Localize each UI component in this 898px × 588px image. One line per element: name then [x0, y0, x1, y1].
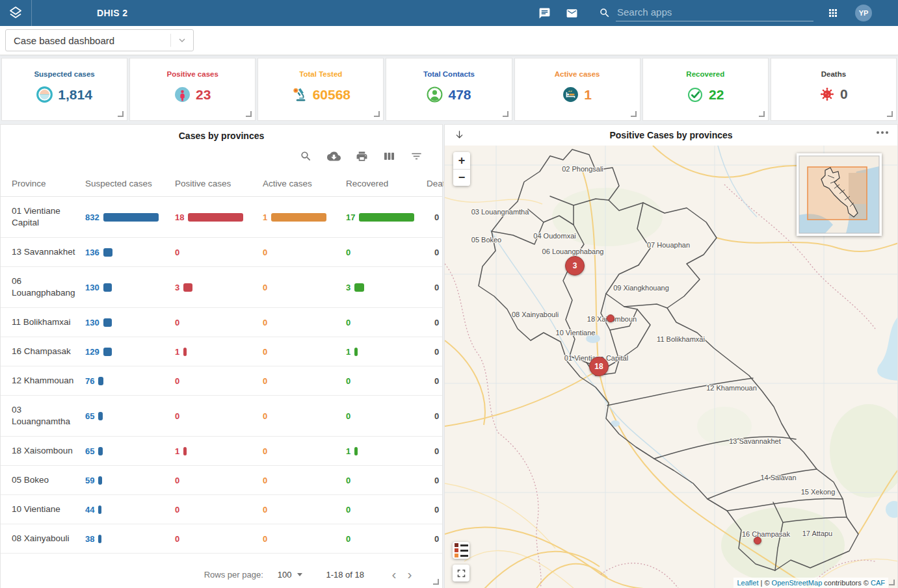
positive-cell: 0 [175, 403, 263, 429]
positive-cell: 0 [175, 239, 263, 266]
kpi-card-recovered[interactable]: Recovered22 [642, 58, 769, 121]
resize-handle-icon[interactable] [503, 111, 508, 117]
zoom-out-button[interactable]: − [453, 169, 470, 186]
deaths-cell: 0 [427, 403, 443, 429]
kpi-card-active[interactable]: Active cases1 [514, 58, 640, 121]
table-row[interactable]: 08 Xainyabouli380000 [1, 524, 442, 554]
dashboard-selector[interactable]: Case based dashboard [5, 29, 194, 51]
recovered-cell: 0 [346, 239, 427, 266]
kpi-card-suspected[interactable]: Suspected cases1,814 [1, 58, 127, 121]
dhis2-logo-icon[interactable] [0, 0, 32, 26]
table-row[interactable]: 16 Champasak1291010 [1, 337, 442, 366]
search-apps-input[interactable] [616, 5, 813, 21]
recovered-cell: 0 [346, 309, 427, 336]
attribution-link[interactable]: OpenStreetMap [772, 579, 823, 587]
zoom-in-button[interactable]: + [453, 152, 470, 169]
deaths-cell: 0 [427, 239, 443, 266]
column-header-province[interactable]: Province [12, 171, 85, 196]
attribution-link[interactable]: CAF [871, 579, 885, 587]
map-attribution: Leaflet | © OpenStreetMap contributors ©… [733, 578, 888, 588]
search-icon [599, 7, 611, 19]
map-legend-button[interactable] [453, 542, 469, 559]
more-options-icon[interactable] [877, 131, 888, 134]
recovered-cell: 0 [346, 368, 427, 394]
resize-handle-icon[interactable] [889, 580, 895, 585]
recovered-bar [354, 348, 358, 356]
table-row[interactable]: 12 Khammouan760000 [1, 366, 442, 396]
case-cluster-marker[interactable]: 18 [589, 357, 609, 376]
table-row[interactable]: 18 Xaisomboun651010 [1, 437, 442, 466]
kpi-card-label: Recovered [686, 70, 724, 78]
messages-icon[interactable] [536, 5, 552, 21]
column-header-positive-cases[interactable]: Positive cases [175, 171, 263, 196]
case-cluster-marker[interactable] [607, 314, 614, 322]
suspected-bar [98, 535, 101, 543]
column-header-suspected-cases[interactable]: Suspected cases [85, 171, 175, 196]
table-row[interactable]: 10 Vientiane440000 [1, 495, 442, 524]
resize-handle-icon[interactable] [433, 579, 439, 585]
map-panel: Positive Cases by provinces [444, 124, 898, 588]
map-province-label: 13 Savannakhet [729, 437, 781, 445]
kpi-card-deaths[interactable]: Deaths0 [771, 58, 897, 121]
kpi-card-value: 22 [709, 87, 724, 103]
kpi-card-value: 1,814 [58, 87, 92, 103]
kpi-card-tested[interactable]: Total Tested60568 [258, 58, 384, 121]
active-cell: 0 [263, 496, 346, 523]
positive-bar [188, 213, 243, 222]
table-row[interactable]: 05 Bokeo590000 [1, 466, 442, 495]
column-header-active-cases[interactable]: Active cases [263, 171, 346, 196]
column-header-deaths[interactable]: Deaths [427, 171, 443, 196]
caret-down-icon [297, 573, 302, 576]
map-header: Positive Cases by provinces [445, 125, 897, 146]
resize-handle-icon[interactable] [887, 111, 893, 117]
resize-handle-icon[interactable] [246, 111, 252, 117]
map-province-label: 11 Bolikhamxai [657, 335, 705, 343]
columns-icon[interactable] [383, 150, 395, 162]
download-arrow-icon[interactable] [454, 129, 465, 140]
filter-icon[interactable] [410, 150, 423, 162]
resize-handle-icon[interactable] [374, 111, 380, 117]
table-row[interactable]: 13 Savannakhet1360000 [1, 238, 442, 267]
suspected-bar [103, 248, 112, 257]
table-row[interactable]: 01 Vientiane Capital832181170 [1, 197, 442, 238]
map-province-label: 09 Xiangkhouang [613, 284, 669, 292]
resize-handle-icon[interactable] [118, 111, 124, 117]
mail-icon[interactable] [564, 5, 579, 21]
previous-page-button[interactable]: ‹ [386, 568, 402, 581]
print-icon[interactable] [356, 150, 368, 162]
apps-grid-icon[interactable] [825, 5, 841, 21]
table-row[interactable]: 11 Bolikhamxai1300000 [1, 308, 442, 337]
kpi-card-contacts[interactable]: Total Contacts478 [386, 58, 512, 121]
rows-per-page-label: Rows per page: [204, 570, 263, 580]
case-cluster-marker[interactable] [754, 537, 761, 544]
suspected-cell: 65 [85, 403, 175, 429]
top-bar: DHIS 2 YP [0, 0, 898, 26]
table-row[interactable]: 06 Louangphabang1303030 [1, 267, 442, 308]
hospital-bed-icon [562, 86, 579, 103]
kpi-card-positive[interactable]: Positive cases23 [129, 58, 256, 121]
attribution-link[interactable]: Leaflet [737, 579, 758, 587]
deaths-cell: 0 [427, 309, 443, 336]
column-header-recovered[interactable]: Recovered [346, 171, 427, 196]
province-cell: 16 Champasak [12, 337, 85, 366]
map-province-label: 04 Oudomxai [533, 232, 575, 240]
kpi-card-value: 23 [196, 87, 211, 103]
table-row[interactable]: 03 Louangnamtha650000 [1, 396, 442, 437]
case-cluster-marker[interactable]: 3 [565, 256, 585, 275]
fullscreen-button[interactable] [453, 565, 469, 582]
search-icon[interactable] [300, 150, 312, 162]
map-canvas[interactable]: 02 Phongsali03 Louangnamtha04 Oudomxai05… [445, 146, 897, 588]
export-download-icon[interactable] [327, 149, 341, 163]
suspected-cell: 65 [85, 438, 175, 465]
avatar[interactable]: YP [855, 5, 872, 21]
province-cell: 12 Khammouan [12, 366, 85, 395]
overview-mini-map[interactable] [797, 153, 882, 236]
rows-per-page-value: 100 [278, 570, 292, 580]
resize-handle-icon[interactable] [631, 111, 637, 117]
table-toolbar [1, 141, 442, 171]
resize-handle-icon[interactable] [759, 111, 765, 117]
suspected-cell: 130 [85, 309, 175, 336]
next-page-button[interactable]: › [402, 568, 417, 581]
province-cell: 18 Xaisomboun [12, 437, 85, 465]
rows-per-page-select[interactable]: 100 [278, 570, 303, 580]
